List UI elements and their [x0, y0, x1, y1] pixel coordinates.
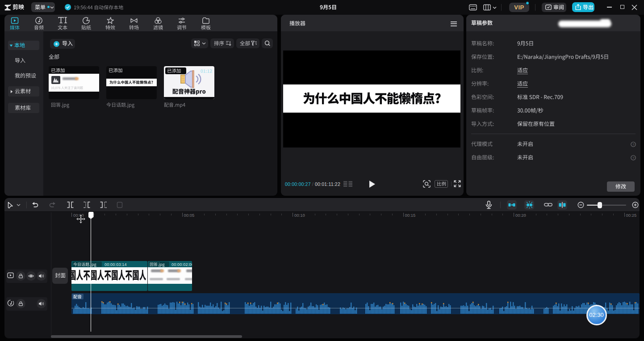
svg-text:?: ?	[632, 143, 634, 147]
svg-text:?: ?	[632, 156, 634, 160]
